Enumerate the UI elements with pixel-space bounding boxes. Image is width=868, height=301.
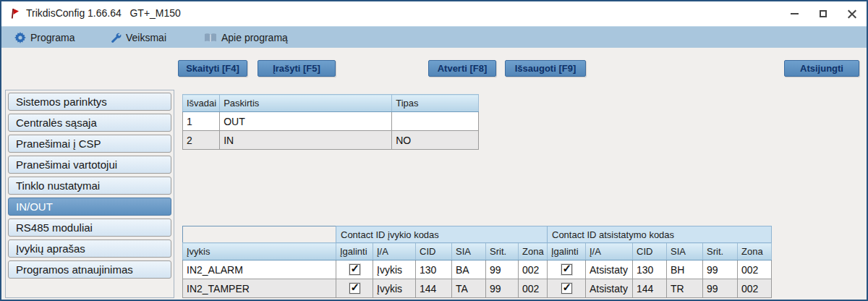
ia-cell[interactable]: Atsistaty xyxy=(586,260,633,279)
srit-cell[interactable]: 99 xyxy=(486,279,519,298)
column-header-srit: Srit. xyxy=(486,243,519,260)
menu-item-label: Veiksmai xyxy=(126,32,166,43)
ia-cell[interactable]: Atsistaty xyxy=(586,279,633,298)
sia-cell[interactable]: BH xyxy=(667,260,703,279)
close-button[interactable] xyxy=(838,1,867,26)
book-icon xyxy=(204,33,217,43)
close-icon xyxy=(848,9,856,18)
cid-cell[interactable]: 144 xyxy=(416,279,452,298)
io-table-header-row: Išvadai Paskirtis Tipas xyxy=(183,95,479,112)
column-header-ia: Į/A xyxy=(586,243,633,260)
sidebar-item-centrales-sasaja[interactable]: Centralės sąsaja xyxy=(8,114,171,132)
io-table: Išvadai Paskirtis Tipas 1 OUT 2 IN NO xyxy=(182,94,479,150)
event-name-cell[interactable]: IN2_ALARM xyxy=(183,260,336,279)
menu-item-label: Apie programą xyxy=(221,32,288,43)
zona-cell[interactable]: 002 xyxy=(519,279,548,298)
read-f4-button[interactable]: Skaityti [F4] xyxy=(178,60,247,77)
sidebar-item-sistemos-parinktys[interactable]: Sistemos parinktys xyxy=(8,93,171,111)
column-header-srit: Srit. xyxy=(703,243,738,260)
io-table-row: 2 IN NO xyxy=(183,131,479,150)
title-bar: TrikdisConfig 1.66.64 GT+_M150 xyxy=(1,1,867,26)
app-window: TrikdisConfig 1.66.64 GT+_M150 Programa … xyxy=(0,0,868,301)
column-header-sia: SIA xyxy=(452,243,486,260)
column-header-tipas: Tipas xyxy=(392,95,479,112)
event-name-cell[interactable]: IN2_TAMPER xyxy=(183,279,336,298)
enable-checkbox[interactable] xyxy=(561,283,572,294)
column-header-isvadai: Išvadai xyxy=(183,95,220,112)
enable-checkbox-cell xyxy=(336,260,373,279)
io-cell-tipas[interactable] xyxy=(392,112,479,131)
menu-item-apie-programa[interactable]: Apie programą xyxy=(204,27,288,48)
column-header-paskirtis: Paskirtis xyxy=(220,95,392,112)
ia-cell[interactable]: Įvykis xyxy=(373,279,416,298)
gear-icon xyxy=(14,32,26,43)
column-header-cid: CID xyxy=(633,243,667,260)
column-header-ia: Į/A xyxy=(373,243,416,260)
enable-checkbox-cell xyxy=(548,260,586,279)
column-header-ivykis: Įvykis xyxy=(183,243,336,260)
write-f5-button[interactable]: Įrašyti [F5] xyxy=(258,60,336,77)
enable-checkbox[interactable] xyxy=(561,264,572,275)
sia-cell[interactable]: TR xyxy=(667,279,703,298)
group-header-spacer xyxy=(183,226,336,243)
sidebar-item-in-out[interactable]: IN/OUT xyxy=(8,198,171,216)
io-cell-paskirtis[interactable]: OUT xyxy=(220,112,392,131)
enable-checkbox-cell xyxy=(336,279,373,298)
maximize-button[interactable] xyxy=(809,1,838,26)
group-header-event-code: Contact ID įvykio kodas xyxy=(336,226,548,243)
menu-item-programa[interactable]: Programa xyxy=(14,27,75,48)
column-header-zona: Zona xyxy=(738,243,772,260)
io-table-row: 1 OUT xyxy=(183,112,479,131)
window-controls xyxy=(780,1,867,26)
column-header-igalinti: Įgalinti xyxy=(548,243,586,260)
event-table-group-header-row: Contact ID įvykio kodas Contact ID atsis… xyxy=(183,226,772,243)
maximize-icon xyxy=(820,10,827,17)
enable-checkbox[interactable] xyxy=(349,283,360,294)
sidebar: Sistemos parinktys Centralės sąsaja Pran… xyxy=(5,90,174,298)
group-header-restore-code: Contact ID atsistatymo kodas xyxy=(548,226,772,243)
enable-checkbox[interactable] xyxy=(349,264,360,275)
io-cell-tipas[interactable]: NO xyxy=(392,131,479,150)
sia-cell[interactable]: TA xyxy=(452,279,486,298)
event-table: Contact ID įvykio kodas Contact ID atsis… xyxy=(182,226,772,298)
zona-cell[interactable]: 002 xyxy=(519,260,548,279)
sidebar-item-pranesimai-vartotojui[interactable]: Pranešimai vartotojui xyxy=(8,156,171,174)
disconnect-button[interactable]: Atsijungti xyxy=(784,60,859,77)
menu-bar: Programa Veiksmai Apie programą xyxy=(1,26,867,48)
event-table-row: IN2_TAMPER Įvykis 144 TA 99 002 Atsistat… xyxy=(183,279,772,298)
column-header-sia: SIA xyxy=(667,243,703,260)
wrench-icon xyxy=(110,32,122,43)
srit-cell[interactable]: 99 xyxy=(703,260,738,279)
sidebar-item-pranesimai-i-csp[interactable]: Pranešimai į CSP xyxy=(8,135,171,153)
minimize-icon xyxy=(791,13,799,14)
cid-cell[interactable]: 130 xyxy=(633,260,667,279)
zona-cell[interactable]: 002 xyxy=(738,279,772,298)
menu-item-veiksmai[interactable]: Veiksmai xyxy=(110,27,166,48)
sidebar-item-ivykiu-aprasas[interactable]: Įvykių aprašas xyxy=(8,239,171,258)
sidebar-item-programos-atnaujinimas[interactable]: Programos atnaujinimas xyxy=(8,260,171,279)
srit-cell[interactable]: 99 xyxy=(486,260,519,279)
menu-item-label: Programa xyxy=(30,32,75,43)
window-title: TrikdisConfig 1.66.64 GT+_M150 xyxy=(26,7,181,19)
sidebar-item-rs485-moduliai[interactable]: RS485 moduliai xyxy=(8,219,171,237)
io-cell-paskirtis[interactable]: IN xyxy=(220,131,392,150)
io-cell-number[interactable]: 2 xyxy=(183,131,220,150)
event-table-header-row: Įvykis Įgalinti Į/A CID SIA Srit. Zona Į… xyxy=(183,243,772,260)
event-table-row: IN2_ALARM Įvykis 130 BA 99 002 Atsistaty… xyxy=(183,260,772,279)
cid-cell[interactable]: 144 xyxy=(633,279,667,298)
zona-cell[interactable]: 002 xyxy=(738,260,772,279)
app-logo-icon xyxy=(10,8,22,20)
io-cell-number[interactable]: 1 xyxy=(183,112,220,131)
sia-cell[interactable]: BA xyxy=(452,260,486,279)
column-header-cid: CID xyxy=(416,243,452,260)
sidebar-item-tinklo-nustatymai[interactable]: Tinklo nustatymai xyxy=(8,177,171,195)
open-f8-button[interactable]: Atverti [F8] xyxy=(428,60,496,77)
ia-cell[interactable]: Įvykis xyxy=(373,260,416,279)
column-header-zona: Zona xyxy=(519,243,548,260)
minimize-button[interactable] xyxy=(780,1,809,26)
srit-cell[interactable]: 99 xyxy=(703,279,738,298)
cid-cell[interactable]: 130 xyxy=(416,260,452,279)
enable-checkbox-cell xyxy=(548,279,586,298)
save-f9-button[interactable]: Išsaugoti [F9] xyxy=(505,60,586,77)
column-header-igalinti: Įgalinti xyxy=(336,243,373,260)
